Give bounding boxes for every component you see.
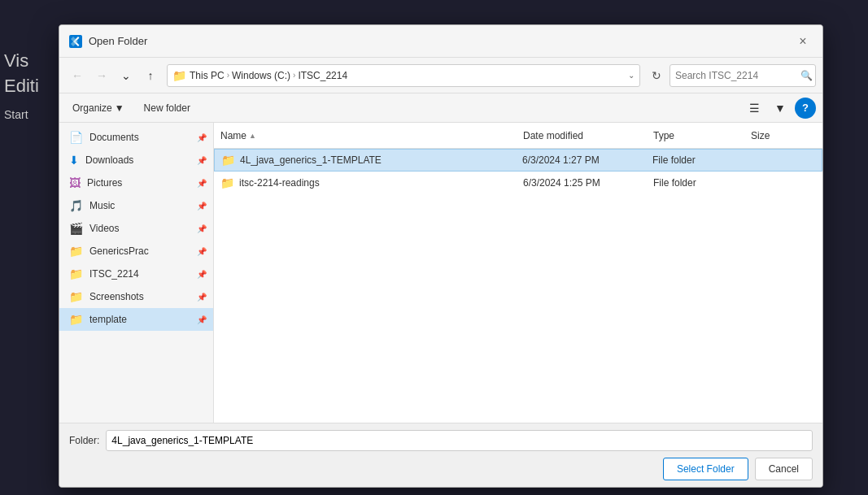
search-input[interactable] (675, 70, 797, 81)
organize-chevron-icon: ▼ (115, 102, 124, 114)
pin-icon: 📌 (197, 133, 207, 142)
col-size-header[interactable]: Size (751, 130, 816, 141)
downloads-icon: ⬇ (69, 154, 79, 167)
dropdown-button[interactable]: ⌄ (115, 64, 137, 87)
sidebar-item-itsc2214[interactable]: 📁 ITSC_2214 📌 (59, 263, 213, 285)
crumb-windows: Windows (C:) (232, 70, 290, 81)
col-name-header[interactable]: Name ▲ (220, 130, 523, 141)
crumb-thispc: This PC (190, 70, 225, 81)
col-date-header[interactable]: Date modified (523, 130, 653, 141)
sidebar-item-documents[interactable]: 📄 Documents 📌 (59, 126, 213, 149)
sidebar-item-pictures[interactable]: 🖼 Pictures 📌 (59, 172, 213, 194)
search-bar: 🔍 (670, 64, 816, 87)
help-button[interactable]: ? (795, 98, 816, 119)
music-icon: 🎵 (69, 199, 83, 212)
pin-icon: 📌 (197, 224, 207, 233)
file-list: Name ▲ Date modified Type Size 📁 4L_java… (214, 123, 822, 423)
folder-row: Folder: (69, 430, 813, 451)
pin-icon: 📌 (197, 179, 207, 188)
sidebar-item-downloads[interactable]: ⬇ Downloads 📌 (59, 149, 213, 172)
dialog-title: Open Folder (89, 35, 147, 47)
crumb-itsc: ITSC_2214 (298, 70, 347, 81)
address-bar[interactable]: 📁 This PC › Windows (C:) › ITSC_2214 ⌄ (167, 64, 640, 87)
sidebar-item-genericsprac[interactable]: 📁 GenericsPrac 📌 (59, 240, 213, 263)
documents-icon: 📄 (69, 131, 83, 144)
search-icon: 🔍 (800, 70, 813, 81)
up-button[interactable]: ↑ (139, 64, 162, 87)
main-content: 📄 Documents 📌 ⬇ Downloads 📌 🖼 Pictures 📌… (59, 123, 822, 423)
open-folder-dialog: Open Folder × ← → ⌄ ↑ 📁 This PC › Window… (59, 24, 823, 488)
file-row-template[interactable]: 📁 4L_java_generics_1-TEMPLATE 6/3/2024 1… (214, 149, 822, 172)
title-bar-left: Open Folder (69, 35, 147, 48)
view-list-button[interactable]: ☰ (743, 98, 765, 119)
close-button[interactable]: × (793, 32, 813, 51)
address-chevron-icon: ⌄ (628, 71, 635, 80)
sidebar-item-music[interactable]: 🎵 Music 📌 (59, 194, 213, 217)
itsc2214-icon: 📁 (69, 267, 83, 280)
genericsprac-icon: 📁 (69, 245, 83, 258)
organize-button[interactable]: Organize ▼ (66, 98, 131, 119)
pin-icon: 📌 (197, 270, 207, 279)
sidebar-item-template[interactable]: 📁 template 📌 (59, 308, 213, 331)
nav-bar: ← → ⌄ ↑ 📁 This PC › Windows (C:) › ITSC_… (59, 58, 822, 93)
title-bar: Open Folder × (59, 25, 822, 58)
sidebar-item-screenshots[interactable]: 📁 Screenshots 📌 (59, 285, 213, 308)
view-options-button[interactable]: ▼ (769, 98, 792, 119)
action-bar: Organize ▼ New folder ☰ ▼ ? (59, 93, 822, 123)
screenshots-icon: 📁 (69, 290, 83, 303)
refresh-button[interactable]: ↻ (645, 64, 668, 87)
folder-label: Folder: (69, 435, 99, 446)
sidebar: 📄 Documents 📌 ⬇ Downloads 📌 🖼 Pictures 📌… (59, 123, 214, 423)
file-icon: 📁 (221, 154, 235, 167)
file-icon: 📁 (220, 176, 234, 189)
new-folder-button[interactable]: New folder (137, 98, 197, 119)
pin-icon: 📌 (197, 202, 207, 211)
col-type-header[interactable]: Type (653, 130, 751, 141)
folder-input[interactable] (106, 430, 813, 451)
cancel-button[interactable]: Cancel (755, 458, 813, 480)
pin-icon: 📌 (197, 315, 207, 324)
button-row: Select Folder Cancel (69, 458, 813, 480)
forward-button[interactable]: → (90, 64, 113, 87)
breadcrumb: This PC › Windows (C:) › ITSC_2214 (190, 70, 347, 81)
vscode-icon (69, 35, 82, 48)
pictures-icon: 🖼 (69, 176, 81, 189)
sidebar-item-videos[interactable]: 🎬 Videos 📌 (59, 217, 213, 240)
template-icon: 📁 (69, 313, 83, 326)
back-button[interactable]: ← (66, 64, 89, 87)
pin-icon: 📌 (197, 156, 207, 165)
action-bar-right: ☰ ▼ ? (743, 98, 816, 119)
sort-arrow-icon: ▲ (249, 132, 256, 140)
file-row-readings[interactable]: 📁 itsc-2214-readings 6/3/2024 1:25 PM Fi… (214, 172, 822, 194)
footer: Folder: Select Folder Cancel (59, 423, 822, 487)
vscode-text: Vis Editi Start (4, 49, 39, 123)
select-folder-button[interactable]: Select Folder (663, 458, 748, 480)
column-headers: Name ▲ Date modified Type Size (214, 123, 822, 149)
pin-icon: 📌 (197, 247, 207, 256)
videos-icon: 🎬 (69, 222, 83, 235)
pin-icon: 📌 (197, 293, 207, 302)
